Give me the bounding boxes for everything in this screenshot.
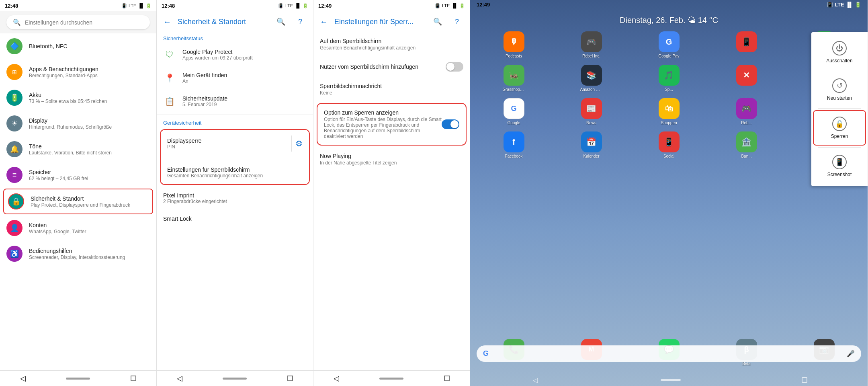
settings-item-sounds[interactable]: 🔔 Töne Lautstärke, Vibration, Bitte nich… bbox=[0, 136, 156, 162]
sounds-text: Töne Lautstärke, Vibration, Bitte nicht … bbox=[29, 143, 150, 156]
app-bank[interactable]: 🏦 Ban... bbox=[709, 131, 784, 158]
settings-item-security[interactable]: 🔒 Sicherheit & Standort Play Protect, Di… bbox=[3, 189, 153, 214]
sounds-subtitle: Lautstärke, Vibration, Bitte nicht störe… bbox=[29, 150, 150, 156]
home-status-bar: 12:49 📳 LTE ▐▌ 🔋 bbox=[470, 0, 868, 9]
play-protect-subtitle: Apps wurden um 09:27 überprüft bbox=[182, 55, 307, 61]
app-row2-4[interactable]: ✕ bbox=[709, 65, 784, 92]
settings-item-battery[interactable]: 🔋 Akku 73 % – Sollte etwa bis 05:45 reic… bbox=[0, 85, 156, 111]
bottom-nav-2: ◁ bbox=[157, 370, 313, 386]
settings-item-display[interactable]: ☀ Display Hintergrund, Ruhemodus, Schrif… bbox=[0, 111, 156, 136]
option-sperrnachricht[interactable]: Sperrbildschirmnachricht Keine bbox=[313, 77, 470, 101]
app-reb[interactable]: 🎮 Reb... bbox=[709, 98, 784, 125]
smart-lock-title: Smart Lock bbox=[163, 216, 307, 222]
accounts-icon: 👤 bbox=[6, 220, 23, 236]
app-grasshopper[interactable]: 🦗 Grasshopp... bbox=[477, 65, 551, 92]
home-date-text: Dienstag, 26. Feb. 🌤 14 °C bbox=[470, 16, 868, 25]
status-icons-1: 📳 LTE ▐▌ 🔋 bbox=[121, 3, 151, 8]
section-header-security-status: Sicherheitsstatus bbox=[157, 32, 313, 43]
settings-item-accessibility[interactable]: ♿ Bedienungshilfen Screenreader, Display… bbox=[0, 241, 156, 267]
panel-1-settings: 12:48 📳 LTE ▐▌ 🔋 🔍 🔷 Bluetooth, NFC ⊞ Ap… bbox=[0, 0, 157, 386]
google-mic-icon[interactable]: 🎤 bbox=[847, 350, 855, 357]
power-menu-sperren[interactable]: 🔒 Sperren bbox=[813, 110, 866, 146]
home-recents-btn[interactable] bbox=[802, 377, 807, 383]
search-input[interactable] bbox=[25, 19, 143, 26]
kalender-icon: 📅 bbox=[581, 131, 602, 152]
power-menu-neu-starten[interactable]: ↺ Neu starten bbox=[811, 73, 868, 107]
list-item-play-protect[interactable]: 🛡 Google Play Protect Apps wurden um 09:… bbox=[157, 43, 313, 66]
settings-item-bluetooth[interactable]: 🔷 Bluetooth, NFC bbox=[0, 33, 156, 59]
app-red1[interactable]: 📱 bbox=[709, 31, 784, 58]
app-rebel[interactable]: 🎮 Rebel Inc. bbox=[554, 31, 628, 58]
panel-4-homescreen: 12:49 📳 LTE ▐▌ 🔋 Dienstag, 26. Feb. 🌤 14… bbox=[470, 0, 868, 386]
app-grid-row2: 🦗 Grasshopp... 📚 Amazon Ki... 🎵 Sp... ✕ … bbox=[470, 62, 868, 95]
search-container[interactable]: 🔍 bbox=[6, 15, 150, 29]
settings-item-accounts[interactable]: 👤 Konten WhatsApp, Google, Twitter bbox=[0, 215, 156, 241]
home-date-widget: Dienstag, 26. Feb. 🌤 14 °C bbox=[470, 9, 868, 28]
beta-label: Beta bbox=[742, 361, 751, 366]
divider-vertical bbox=[291, 136, 292, 152]
help-button-3[interactable]: ? bbox=[450, 15, 463, 28]
gear-icon-displaysperre[interactable]: ⚙ bbox=[295, 139, 303, 148]
option-nutzer-hinzufuegen[interactable]: Nutzer vom Sperrbildschirm hinzufügen bbox=[313, 56, 470, 77]
back-nav-2[interactable]: ◁ bbox=[177, 374, 182, 383]
app-spotify[interactable]: 🎵 Sp... bbox=[632, 65, 706, 92]
app-social[interactable]: 📱 Social bbox=[632, 131, 706, 158]
play-protect-title: Google Play Protect bbox=[182, 49, 307, 55]
app-facebook[interactable]: f Facebook bbox=[477, 131, 551, 158]
bottom-nav-3: ◁ bbox=[313, 370, 470, 386]
option-sperren-row[interactable]: Option zum Sperren anzeigen Option für E… bbox=[317, 104, 466, 145]
search-button-3[interactable]: 🔍 bbox=[431, 15, 444, 28]
back-nav[interactable]: ◁ bbox=[20, 374, 26, 383]
power-menu-ausschalten[interactable]: ⏻ Ausschalten bbox=[811, 35, 868, 69]
app-kalender[interactable]: 📅 Kalender bbox=[554, 131, 628, 158]
search-button-2[interactable]: 🔍 bbox=[274, 15, 287, 28]
list-item-security-update[interactable]: 📋 Sicherheitsupdate 5. Februar 2019 bbox=[157, 90, 313, 113]
spotify-label: Sp... bbox=[665, 87, 673, 92]
power-menu-screenshot[interactable]: 📱 Screenshot bbox=[811, 149, 868, 183]
google-g-icon: G bbox=[483, 349, 489, 358]
panel-3-sperrbildschirm: 12:49 📳 LTE ▐▌ 🔋 ← Einstellungen für Spe… bbox=[313, 0, 470, 386]
recents-nav[interactable] bbox=[131, 376, 136, 381]
list-item-pixel-imprint[interactable]: Pixel Imprint 2 Fingerabdrücke eingerich… bbox=[157, 187, 313, 210]
option-auf-dem-sperrbildschirm[interactable]: Auf dem Sperrbildschirm Gesamten Benachr… bbox=[313, 32, 470, 56]
list-item-displaysperre[interactable]: Displaysperre PIN ⚙ bbox=[161, 130, 309, 157]
option-now-playing[interactable]: Now Playing In der Nähe abgespielte Tite… bbox=[313, 147, 470, 171]
home-nav-3[interactable] bbox=[379, 378, 403, 380]
help-button-2[interactable]: ? bbox=[294, 15, 307, 28]
app-amazon[interactable]: 📚 Amazon Ki... bbox=[554, 65, 628, 92]
sperrnachricht-title: Sperrbildschirmnachricht bbox=[320, 83, 463, 89]
app-google[interactable]: G Google bbox=[477, 98, 551, 125]
status-bar-2: 12:48 📳 LTE ▐▌ 🔋 bbox=[157, 0, 313, 11]
list-item-sperrbildschirm[interactable]: Einstellungen für Sperrbildschirm Gesamt… bbox=[161, 161, 309, 184]
app-shoppen[interactable]: 🛍 Shoppen bbox=[632, 98, 706, 125]
time-3: 12:49 bbox=[318, 3, 332, 9]
battery-icon: 🔋 bbox=[146, 3, 151, 8]
back-nav-3[interactable]: ◁ bbox=[334, 374, 339, 383]
settings-item-storage[interactable]: ≡ Speicher 62 % belegt – 24,45 GB frei bbox=[0, 162, 156, 188]
signal-icon: ▐▌ bbox=[138, 3, 144, 8]
recents-nav-2[interactable] bbox=[287, 376, 293, 381]
battery-icon-2: 🔋 bbox=[303, 3, 308, 8]
home-nav[interactable] bbox=[66, 378, 90, 380]
google-search-bar[interactable]: G 🎤 bbox=[477, 345, 861, 362]
list-item-find-device[interactable]: 📍 Mein Gerät finden An bbox=[157, 66, 313, 90]
lte-icon: LTE bbox=[129, 3, 136, 8]
back-button-3[interactable]: ← bbox=[320, 17, 328, 27]
display-subtitle: Hintergrund, Ruhemodus, Schriftgröße bbox=[29, 124, 150, 130]
list-item-smart-lock[interactable]: Smart Lock bbox=[157, 210, 313, 228]
red1-icon: 📱 bbox=[736, 31, 757, 52]
home-back-btn[interactable]: ◁ bbox=[530, 375, 540, 385]
app-podcasts[interactable]: 🎙 Podcasts bbox=[477, 31, 551, 58]
recents-nav-3[interactable] bbox=[444, 376, 450, 381]
google-icon: G bbox=[504, 98, 524, 119]
app-google-pay[interactable]: G Google Pay bbox=[632, 31, 706, 58]
option-sperren-toggle[interactable] bbox=[442, 119, 459, 129]
power-divider-1 bbox=[818, 71, 861, 71]
app-news[interactable]: 📰 News bbox=[554, 98, 628, 125]
home-home-btn[interactable] bbox=[661, 379, 681, 381]
settings-item-apps[interactable]: ⊞ Apps & Benachrichtigungen Berechtigung… bbox=[0, 59, 156, 85]
grasshopper-label: Grasshopp... bbox=[503, 87, 525, 92]
nutzer-toggle[interactable] bbox=[446, 62, 463, 72]
home-nav-2[interactable] bbox=[223, 378, 247, 380]
back-button-2[interactable]: ← bbox=[163, 17, 171, 27]
